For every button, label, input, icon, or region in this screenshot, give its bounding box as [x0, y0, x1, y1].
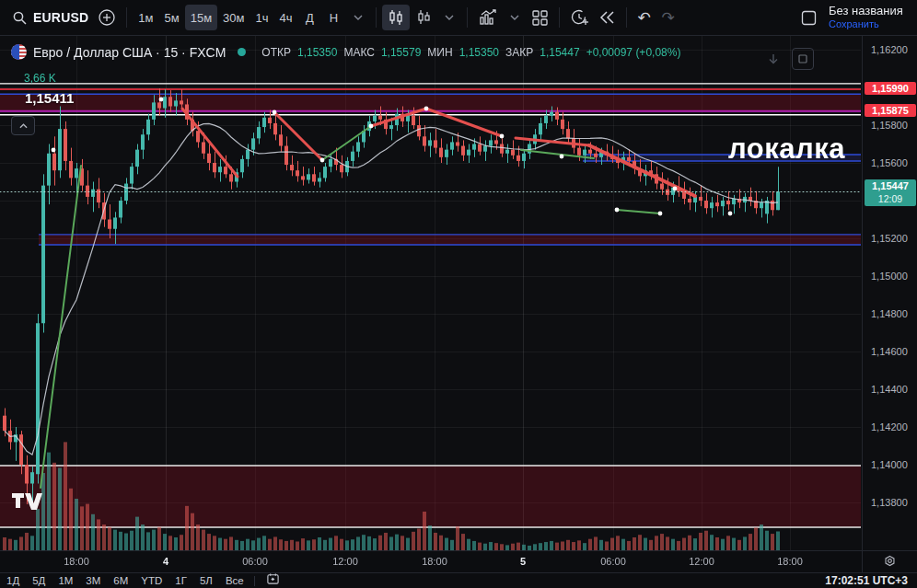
compare-add-button[interactable] — [93, 5, 121, 30]
range-all-button[interactable]: Все — [219, 573, 250, 588]
scroll-down-icon[interactable] — [762, 48, 784, 70]
chart-style-candles-button[interactable] — [382, 5, 410, 30]
change-value: +0,00097 (+0,08%) — [586, 46, 681, 59]
axis-settings-corner[interactable] — [862, 550, 917, 572]
market-open-dot-icon — [238, 48, 246, 56]
timeframe-5m[interactable]: 5м — [159, 5, 185, 30]
range-3m-button[interactable]: 3М — [79, 573, 107, 588]
save-layout-select-button[interactable] — [796, 5, 821, 30]
alert-clock-plus-icon — [570, 8, 590, 27]
timeframe-1m[interactable]: 1м — [133, 5, 158, 30]
range-1d-button[interactable]: 1Д — [0, 573, 26, 588]
undo-button[interactable]: ↶ — [633, 5, 656, 30]
current-price-value: 1,15447 — [865, 180, 916, 193]
time-tick-label: 06:00 — [242, 556, 268, 567]
open-label: ОТКР — [261, 46, 291, 59]
hollow-candles-icon — [414, 8, 433, 27]
chevron-down-icon — [510, 15, 519, 20]
price-tick-label: 1,13800 — [871, 497, 908, 508]
price-tick-label: 1,15800 — [871, 120, 908, 131]
price-tick-label: 1,14400 — [871, 384, 908, 395]
current-price-badge: 1,1544712:09 — [865, 179, 916, 206]
indicators-icon — [478, 8, 498, 27]
range-1m-button[interactable]: 1М — [52, 573, 79, 588]
layout-grid-button[interactable] — [527, 5, 553, 30]
price-tick-label: 1,15200 — [871, 233, 908, 244]
range-5y-button[interactable]: 5Л — [193, 573, 219, 588]
plus-circle-icon — [98, 8, 116, 27]
toolbar-divider — [126, 7, 127, 28]
create-alert-button[interactable] — [565, 5, 595, 30]
timeframe-1w[interactable]: Н — [322, 5, 346, 30]
indicators-dropdown-button[interactable] — [503, 5, 527, 30]
maximize-pane-icon[interactable] — [792, 48, 814, 70]
timeframes-dropdown-button[interactable] — [346, 5, 370, 30]
time-tick-label: 18:00 — [422, 556, 447, 567]
time-tick-day-label: 5 — [520, 556, 526, 567]
indicators-button[interactable] — [473, 5, 503, 30]
chart-style-alt-button[interactable] — [410, 5, 437, 30]
redo-icon: ↷ — [661, 8, 674, 28]
top-toolbar: EURUSD 1м 5м 15м 30м 1ч 4ч Д Н — [0, 0, 917, 36]
time-tick-label: 18:00 — [777, 556, 803, 567]
undo-icon: ↶ — [637, 8, 650, 28]
price-tick-label: 1,14000 — [871, 459, 908, 470]
time-axis[interactable]: 18:00406:0012:0018:00506:0012:0018:00 — [0, 550, 862, 572]
toolbar-divider — [376, 7, 377, 28]
eurusd-flag-icon — [11, 44, 27, 60]
high-label: МАКС — [343, 46, 375, 59]
symbol-name: EURUSD — [33, 10, 88, 25]
close-value: 1,15447 — [540, 46, 579, 59]
bar-countdown: 12:09 — [865, 193, 916, 205]
redo-button[interactable]: ↷ — [656, 5, 680, 30]
price-tick-label: 1,16200 — [871, 44, 908, 55]
drawing-price-label: 1,15411 — [25, 90, 74, 106]
close-label: ЗАКР — [505, 46, 533, 59]
low-value: 1,15350 — [459, 46, 499, 59]
high-value: 1,15579 — [381, 46, 421, 59]
timeframe-4h[interactable]: 4ч — [274, 5, 298, 30]
go-to-date-button[interactable] — [259, 572, 287, 588]
time-tick-day-label: 4 — [163, 556, 168, 567]
price-alert-badge: 1,15875 — [865, 104, 916, 117]
time-tick-label: 18:00 — [64, 556, 89, 567]
price-tick-label: 1,15000 — [871, 271, 908, 282]
price-axis[interactable]: 1,162001,158001,156001,152001,150001,148… — [862, 36, 917, 550]
replay-icon — [599, 11, 616, 24]
symbol-search-button[interactable]: EURUSD — [7, 5, 93, 30]
chevron-down-icon — [445, 15, 454, 20]
timeframe-15m[interactable]: 15м — [185, 5, 217, 30]
grid-layout-icon — [531, 9, 549, 27]
low-label: МИН — [427, 46, 452, 59]
clock-utc-label[interactable]: 17:02:51 UTC+3 — [825, 574, 917, 587]
chart-style-dropdown-button[interactable] — [437, 5, 461, 30]
price-alert-badge: 1,15990 — [865, 82, 916, 95]
text-drawing-lokalka[interactable]: локалка — [728, 133, 845, 166]
pane-collapse-button[interactable] — [11, 116, 35, 135]
chevron-down-icon — [354, 15, 363, 20]
toolbar-divider — [559, 7, 560, 28]
price-tick-label: 1,14200 — [871, 421, 908, 432]
search-icon — [12, 10, 28, 26]
toolbar-divider — [467, 7, 468, 28]
settings-icon — [884, 554, 896, 571]
timeframe-30m[interactable]: 30м — [217, 5, 250, 30]
price-tick-label: 1,14800 — [871, 308, 908, 319]
timeframe-1d[interactable]: Д — [298, 5, 322, 30]
range-6m-button[interactable]: 6М — [107, 573, 134, 588]
timeframe-1h[interactable]: 1ч — [250, 5, 273, 30]
bar-replay-button[interactable] — [595, 5, 621, 30]
time-tick-label: 12:00 — [332, 556, 358, 567]
tradingview-logo[interactable] — [11, 490, 44, 514]
range-5d-button[interactable]: 5Д — [26, 573, 52, 588]
chart-canvas[interactable] — [0, 36, 862, 550]
price-tick-label: 1,15600 — [871, 157, 908, 168]
save-button[interactable]: Сохранить — [829, 18, 879, 30]
time-tick-label: 06:00 — [600, 556, 626, 567]
price-tick-label: 1,14600 — [871, 346, 908, 357]
range-ytd-button[interactable]: YTD — [134, 573, 168, 588]
symbol-title[interactable]: Евро / Доллар США · 15 · FXCM — [33, 45, 226, 60]
range-1y-button[interactable]: 1Г — [168, 573, 193, 588]
layout-title[interactable]: Без названия — [829, 5, 903, 18]
time-tick-label: 12:00 — [689, 556, 714, 567]
